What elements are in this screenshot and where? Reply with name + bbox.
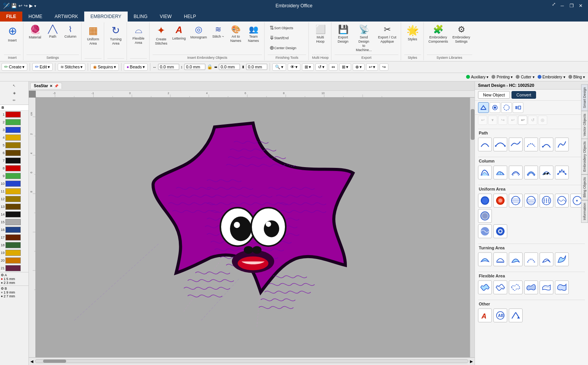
export-design-button[interactable]: 💾 ExportDesign [335,23,351,45]
path-item-2[interactable] [493,138,507,151]
w-input[interactable] [219,64,240,70]
tab-home[interactable]: HOME [22,12,48,22]
viewport-tab-seastar[interactable]: SeaStar ✕ 📌 [30,83,62,89]
column-item-6[interactable] [555,166,569,179]
sd-secondary-5[interactable]: ↩ [518,116,527,125]
sd-mode-btn-2[interactable] [490,102,500,113]
insert-button[interactable]: ⊕ Insert [4,23,21,44]
right-tab-smart[interactable]: Smart Design [581,85,588,111]
scroll-right-btn[interactable]: ▶ [470,359,473,363]
uniform-area-button[interactable]: ▦ UniformArea [85,23,102,47]
ua-item-8[interactable] [478,209,492,223]
other-item-3[interactable] [509,309,523,322]
tab-file[interactable]: FILE [0,12,22,22]
tab-bling[interactable]: BLING [128,12,154,22]
color-swatch-8[interactable] [5,165,21,171]
rotate-tool[interactable]: ↺ ▾ [315,63,327,71]
color-row-14[interactable]: 14 [0,211,28,218]
h-scroll-thumb[interactable] [43,360,66,363]
color-swatch-5[interactable] [5,142,21,148]
flexible-area-button[interactable]: ⌓ FlexibleArea [130,23,147,46]
color-row-6[interactable]: 6 [0,149,28,157]
path-button[interactable]: ╱╲ Path [44,23,61,40]
lettering-button[interactable]: A Lettering [170,23,188,42]
color-swatch-6[interactable] [5,150,21,156]
color-swatch-13[interactable] [5,204,21,210]
column-item-5[interactable] [540,166,553,179]
ta-item-6[interactable] [555,252,569,266]
vertical-scrollbar[interactable] [470,98,475,357]
create-stitches-button[interactable]: ✦ CreateStitches [153,23,170,47]
color-swatch-17[interactable] [5,234,21,241]
column-item-4[interactable] [524,166,538,179]
other-item-2[interactable]: AB [493,309,507,322]
color-row-5[interactable]: 5 [0,141,28,149]
restore-button[interactable]: ❐ [567,2,576,10]
multi-hoop-button[interactable]: ⬜ MultiHoop [312,23,329,45]
mirror-tool[interactable]: ⇔ [329,63,338,71]
sd-mode-btn-3[interactable] [501,102,512,113]
ua-item-2[interactable] [493,194,507,207]
monogram-button[interactable]: ◎ Monogram [188,23,209,41]
h-input[interactable] [246,64,267,70]
color-row-20[interactable]: 20 [0,257,28,264]
color-row-16[interactable]: 16 [0,226,28,234]
close-button[interactable]: ✕ [576,2,585,10]
color-row-12[interactable]: 12 [0,195,28,203]
scroll-left-btn[interactable]: ◀ [30,359,33,363]
color-row-19[interactable]: 19 [0,249,28,257]
path-item-3[interactable] [509,138,523,151]
edit-dropdown[interactable]: ✏ Edit ▾ [32,63,53,71]
align-tool[interactable]: ⊞ ▾ [302,63,314,71]
path-item-4[interactable] [524,138,538,151]
column-item-1[interactable] [478,166,492,179]
color-row-7[interactable]: 7 [0,157,28,164]
new-object-button[interactable]: New Object [478,91,510,99]
column-item-2[interactable] [493,166,507,179]
color-row-21[interactable]: 21 [0,264,28,272]
color-row-17[interactable]: 17 [0,234,28,241]
turning-area-button[interactable]: ↻ TurningArea [107,23,124,47]
color-row-11[interactable]: 11 [0,187,28,195]
horizontal-scrollbar[interactable] [35,359,468,363]
ua-item-4[interactable] [524,194,538,207]
grid-tool[interactable]: ⊞ ▾ [339,63,351,71]
stitches-dropdown[interactable]: ≋ Stitches ▾ [58,63,85,71]
view-tool[interactable]: 👁 ▾ [288,63,300,71]
column-button[interactable]: ⌇ Column [62,23,79,40]
color-row-13[interactable]: 13 [0,203,28,211]
stitch-button[interactable]: ≋ Stitch ~ [210,23,227,40]
aux-bling[interactable]: Bling ▾ [568,75,585,79]
ta-item-2[interactable] [493,252,507,266]
other-item-1[interactable]: A [478,309,492,322]
styles-button[interactable]: 🌟 Styles [404,23,421,43]
convert-button[interactable]: Convert [511,91,536,99]
redo-btn2[interactable]: ↪ [380,63,388,71]
aux-cutter[interactable]: Cutter ▾ [516,75,534,79]
color-swatch-7[interactable] [5,158,21,164]
color-row-4[interactable]: 4 [0,134,28,141]
resize-btn[interactable]: ⤢ [552,2,556,10]
color-swatch-19[interactable] [5,250,21,256]
color-swatch-18[interactable] [5,242,21,248]
color-swatch-11[interactable] [5,188,21,194]
art-to-names-button[interactable]: 🎨 Art toNames [227,23,244,45]
color-row-2[interactable]: 2 [0,118,28,126]
fa-item-4[interactable] [524,280,538,294]
color-swatch-2[interactable] [5,119,21,125]
quick-save[interactable]: 💾 [11,3,17,8]
color-row-9[interactable]: 9 [0,172,28,180]
fa-item-6[interactable] [555,280,569,294]
quick-undo[interactable]: ↩ [18,3,22,8]
path-item-5[interactable] [540,138,553,151]
select-mode-btn[interactable]: ↖ [11,82,18,89]
y-input[interactable] [184,64,205,70]
v-scroll-thumb[interactable] [471,109,475,140]
minimize-button[interactable]: ─ [558,2,566,10]
fa-item-5[interactable] [540,280,553,294]
fa-item-3[interactable] [509,280,523,294]
components-button[interactable]: 🧩 EmbroideryComponents [427,23,450,45]
emb-settings-button[interactable]: ⚙ EmbroiderySettings [451,23,472,45]
right-tab-embroidery[interactable]: Embroidery Objects [581,139,588,174]
color-swatch-3[interactable] [5,127,21,133]
